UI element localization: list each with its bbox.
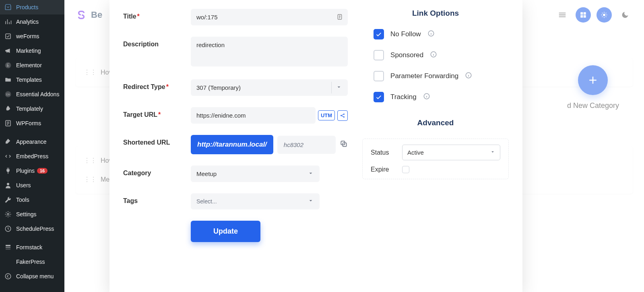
wp-menu-users[interactable]: Users bbox=[0, 178, 64, 193]
wp-menu-plugins[interactable]: Plugins16 bbox=[0, 164, 64, 178]
archive-icon bbox=[4, 3, 12, 11]
wp-menu-products[interactable]: Products bbox=[0, 0, 64, 14]
embed-icon bbox=[4, 152, 12, 160]
svg-point-8 bbox=[7, 213, 9, 215]
info-icon bbox=[465, 72, 472, 81]
tags-label: Tags bbox=[123, 193, 191, 205]
share-button[interactable] bbox=[337, 110, 348, 121]
clock-icon bbox=[4, 225, 12, 233]
info-icon bbox=[427, 30, 435, 39]
wp-menu-weforms[interactable]: weForms bbox=[0, 29, 64, 43]
plug-icon bbox=[4, 167, 12, 175]
svg-rect-11 bbox=[6, 247, 10, 248]
utm-button[interactable]: UTM bbox=[318, 110, 335, 120]
gear-icon bbox=[4, 210, 12, 218]
copy-icon[interactable] bbox=[340, 140, 348, 149]
wp-menu-wpforms[interactable]: WPForms bbox=[0, 116, 64, 130]
check-square-icon bbox=[4, 32, 12, 40]
title-label: Title* bbox=[123, 9, 191, 20]
folder-icon bbox=[4, 76, 12, 84]
ea-icon: EA bbox=[4, 90, 12, 98]
info-icon bbox=[423, 93, 430, 101]
redirect-type-select[interactable]: 307 (Temporary) bbox=[191, 79, 348, 96]
wp-menu-elementor[interactable]: EElementor bbox=[0, 58, 64, 72]
title-input[interactable] bbox=[191, 9, 348, 25]
brush-icon bbox=[4, 138, 12, 146]
category-label: Category bbox=[123, 166, 191, 177]
wp-menu-schedulepress[interactable]: SchedulePress bbox=[0, 222, 64, 236]
advanced-box: Status Active Expire bbox=[362, 139, 509, 179]
option-tracking: Tracking bbox=[362, 92, 509, 102]
leaf-icon bbox=[4, 105, 12, 113]
status-select[interactable]: Active bbox=[402, 145, 500, 160]
tags-select[interactable]: Select... bbox=[191, 193, 320, 209]
redirect-type-label: Redirect Type* bbox=[123, 79, 191, 91]
checkbox-1[interactable] bbox=[374, 50, 384, 60]
chart-icon bbox=[4, 18, 12, 26]
svg-rect-12 bbox=[6, 249, 10, 250]
expire-label: Expire bbox=[371, 166, 395, 173]
wp-menu-fakerpress[interactable]: FakerPress bbox=[0, 255, 64, 269]
stack-icon bbox=[4, 243, 12, 251]
wp-menu-tools[interactable]: Tools bbox=[0, 193, 64, 207]
wp-menu-templates[interactable]: Templates bbox=[0, 72, 64, 87]
user-icon bbox=[4, 181, 12, 189]
e-icon: E bbox=[4, 61, 12, 69]
svg-rect-0 bbox=[5, 6, 11, 10]
option-no-follow: No Follow bbox=[362, 29, 509, 39]
svg-rect-10 bbox=[6, 245, 10, 246]
svg-point-7 bbox=[7, 183, 9, 185]
option-sponsored: Sponsored bbox=[362, 50, 509, 60]
megaphone-icon bbox=[4, 47, 12, 55]
-icon bbox=[4, 258, 12, 266]
advanced-title: Advanced bbox=[362, 118, 509, 127]
category-select[interactable]: Meetup bbox=[191, 166, 320, 182]
wp-menu-essential-addons[interactable]: EAEssential Addons bbox=[0, 87, 64, 101]
checkbox-3[interactable] bbox=[374, 92, 384, 102]
expire-checkbox[interactable] bbox=[402, 166, 409, 173]
short-url-prefix: http://tarannum.local/ bbox=[191, 135, 273, 154]
info-icon bbox=[430, 51, 437, 60]
sheet-icon bbox=[336, 14, 343, 22]
option-parameter-forwarding: Parameter Forwarding bbox=[362, 71, 509, 81]
target-url-label: Target URL* bbox=[123, 107, 191, 118]
edit-link-modal: Title* Description redirection Redirect … bbox=[109, 0, 522, 292]
status-label: Status bbox=[371, 149, 395, 156]
form-icon bbox=[4, 119, 12, 127]
checkbox-2[interactable] bbox=[374, 71, 384, 81]
svg-text:E: E bbox=[6, 63, 9, 68]
collapse-icon bbox=[4, 272, 12, 280]
update-badge: 16 bbox=[37, 168, 47, 174]
wp-menu-formstack[interactable]: Formstack bbox=[0, 240, 64, 255]
wp-admin-sidebar: ProductsAnalyticsweFormsMarketingEElemen… bbox=[0, 0, 64, 292]
description-label: Description bbox=[123, 37, 191, 48]
wp-menu-appearance[interactable]: Appearance bbox=[0, 135, 64, 149]
wp-menu-analytics[interactable]: Analytics bbox=[0, 14, 64, 29]
wp-menu-templately[interactable]: Templately bbox=[0, 101, 64, 116]
wrench-icon bbox=[4, 196, 12, 204]
short-url-slug[interactable]: hc8302 bbox=[277, 136, 336, 154]
wp-menu-settings[interactable]: Settings bbox=[0, 207, 64, 222]
wp-menu-embedpress[interactable]: EmbedPress bbox=[0, 149, 64, 164]
description-input[interactable]: redirection bbox=[191, 37, 348, 66]
update-button[interactable]: Update bbox=[191, 221, 260, 242]
shortened-url-label: Shortened URL bbox=[123, 135, 191, 146]
wp-menu-collapse-menu[interactable]: Collapse menu bbox=[0, 269, 64, 284]
target-url-input[interactable] bbox=[191, 107, 316, 124]
checkbox-0[interactable] bbox=[374, 29, 384, 39]
svg-text:EA: EA bbox=[6, 93, 10, 96]
wp-menu-marketing[interactable]: Marketing bbox=[0, 43, 64, 58]
link-options-title: Link Options bbox=[362, 9, 509, 18]
